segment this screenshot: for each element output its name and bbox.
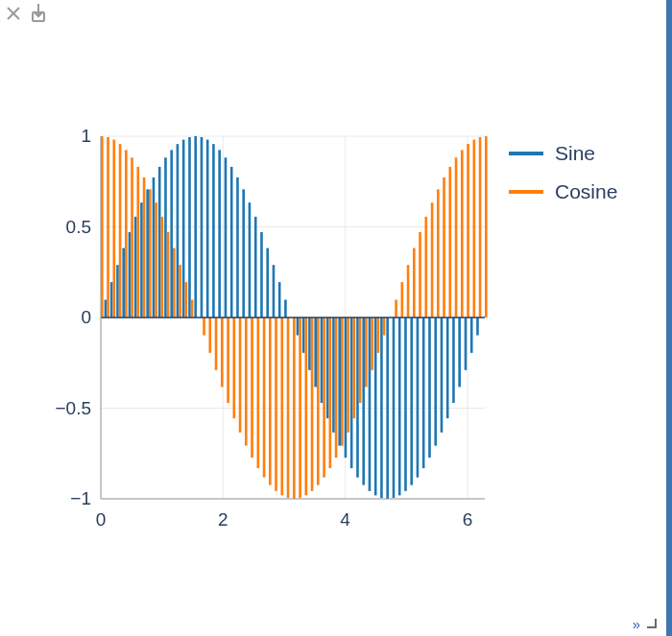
svg-rect-21 <box>146 189 149 318</box>
svg-rect-14 <box>105 299 108 318</box>
svg-rect-101 <box>257 318 260 468</box>
svg-rect-27 <box>182 140 185 318</box>
y-tick-label: −0.5 <box>55 398 91 418</box>
svg-rect-29 <box>194 136 197 318</box>
legend-label[interactable]: Cosine <box>555 180 617 202</box>
svg-rect-84 <box>149 189 152 318</box>
app-frame: 024610.50−0.5−1SineCosine » <box>0 0 672 636</box>
svg-rect-64 <box>410 318 413 485</box>
svg-rect-131 <box>443 177 445 318</box>
svg-rect-110 <box>311 318 314 491</box>
toolbar <box>6 4 46 23</box>
svg-rect-96 <box>227 318 229 403</box>
svg-rect-136 <box>473 140 476 318</box>
svg-rect-42 <box>273 265 276 318</box>
svg-rect-105 <box>280 318 283 495</box>
svg-rect-72 <box>458 318 461 387</box>
svg-rect-81 <box>131 157 133 318</box>
svg-rect-116 <box>347 318 349 433</box>
svg-rect-77 <box>107 137 109 318</box>
svg-rect-117 <box>352 318 355 418</box>
svg-rect-58 <box>374 318 377 495</box>
svg-rect-45 <box>297 318 300 336</box>
svg-rect-47 <box>308 318 311 370</box>
svg-rect-95 <box>221 318 224 387</box>
svg-rect-93 <box>208 318 211 353</box>
svg-rect-15 <box>110 282 113 318</box>
svg-rect-106 <box>287 318 290 498</box>
svg-rect-129 <box>431 202 434 318</box>
svg-rect-80 <box>125 150 128 318</box>
svg-rect-90 <box>184 282 187 318</box>
resize-handle-icon[interactable] <box>643 615 657 632</box>
svg-rect-120 <box>371 318 373 370</box>
svg-rect-51 <box>332 318 335 433</box>
svg-rect-37 <box>242 189 245 318</box>
svg-rect-70 <box>446 318 449 418</box>
svg-rect-98 <box>239 318 242 433</box>
svg-rect-114 <box>335 318 338 458</box>
svg-rect-125 <box>407 265 410 318</box>
svg-rect-41 <box>266 248 269 318</box>
svg-rect-74 <box>470 318 473 353</box>
svg-rect-91 <box>191 299 194 318</box>
svg-rect-24 <box>164 157 167 318</box>
expand-icon[interactable]: » <box>633 616 637 632</box>
legend: SineCosine <box>509 142 617 202</box>
svg-rect-134 <box>461 150 464 318</box>
svg-rect-94 <box>215 318 218 370</box>
svg-rect-66 <box>422 318 425 468</box>
svg-rect-128 <box>424 217 427 318</box>
y-tick-label: 1 <box>81 126 91 146</box>
svg-rect-56 <box>362 318 365 485</box>
svg-rect-130 <box>437 189 440 318</box>
svg-rect-44 <box>284 299 287 318</box>
svg-rect-16 <box>116 265 119 318</box>
svg-rect-39 <box>254 217 257 318</box>
svg-rect-83 <box>143 177 146 318</box>
svg-rect-92 <box>203 318 205 336</box>
svg-rect-138 <box>485 136 488 318</box>
svg-rect-133 <box>455 157 458 318</box>
svg-rect-54 <box>350 318 353 468</box>
svg-rect-82 <box>137 167 140 318</box>
svg-rect-112 <box>323 318 325 478</box>
svg-rect-103 <box>269 318 272 485</box>
svg-rect-23 <box>158 167 161 318</box>
download-icon[interactable] <box>31 4 46 23</box>
legend-label[interactable]: Sine <box>555 142 595 164</box>
y-tick-label: −1 <box>70 488 91 508</box>
svg-rect-132 <box>449 167 452 318</box>
svg-rect-137 <box>479 137 482 318</box>
svg-rect-17 <box>122 248 125 318</box>
svg-rect-87 <box>167 232 170 318</box>
svg-rect-53 <box>345 318 348 458</box>
chart[interactable]: 024610.50−0.5−1SineCosine <box>48 115 638 556</box>
svg-rect-121 <box>377 318 380 353</box>
svg-rect-73 <box>465 318 468 370</box>
svg-rect-38 <box>249 202 252 318</box>
svg-rect-32 <box>212 144 215 318</box>
svg-rect-25 <box>170 150 173 318</box>
svg-rect-127 <box>419 232 421 318</box>
svg-rect-48 <box>314 318 317 387</box>
svg-rect-85 <box>155 202 157 318</box>
svg-rect-50 <box>326 318 329 418</box>
svg-rect-79 <box>119 144 122 318</box>
svg-rect-126 <box>413 248 416 318</box>
svg-rect-57 <box>369 318 372 491</box>
svg-rect-113 <box>329 318 332 468</box>
svg-rect-124 <box>401 282 404 318</box>
svg-rect-22 <box>153 177 156 318</box>
svg-rect-52 <box>338 318 341 446</box>
svg-rect-59 <box>380 318 383 498</box>
svg-rect-61 <box>393 318 396 498</box>
svg-rect-135 <box>467 144 469 318</box>
svg-rect-122 <box>383 318 386 336</box>
svg-rect-89 <box>179 265 181 318</box>
svg-rect-31 <box>206 140 209 318</box>
close-icon[interactable] <box>6 6 21 21</box>
svg-rect-65 <box>417 318 420 478</box>
x-tick-label: 6 <box>463 509 473 530</box>
svg-rect-88 <box>173 248 176 318</box>
